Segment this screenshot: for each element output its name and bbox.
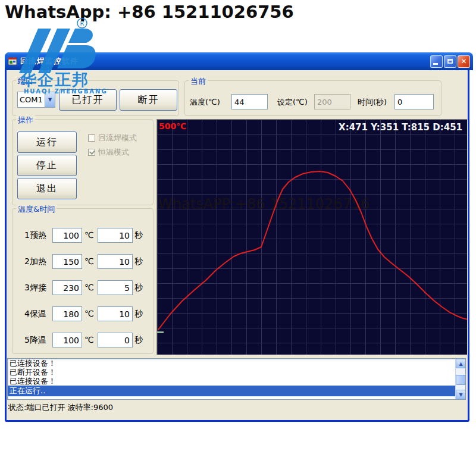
port-groupbox: 端口 COM1 ▼ 已打开 断开 bbox=[12, 80, 179, 116]
preheat-time-field[interactable] bbox=[98, 228, 133, 243]
com-port-value: COM1 bbox=[18, 92, 45, 107]
maximize-icon bbox=[447, 59, 453, 64]
operation-group-label: 操作 bbox=[16, 115, 35, 126]
port-open-button[interactable]: 已打开 bbox=[59, 89, 117, 111]
current-time-field[interactable] bbox=[394, 94, 434, 109]
profile-row-cool: 5降温 ℃ 秒 bbox=[12, 333, 153, 347]
profile-row-hold: 4保温 ℃ 秒 bbox=[12, 306, 153, 321]
stop-button[interactable]: 停止 bbox=[17, 155, 77, 176]
constant-mode-label: 恒温模式 bbox=[98, 147, 129, 158]
constant-mode-checkbox[interactable] bbox=[88, 149, 95, 156]
current-temp-field[interactable] bbox=[231, 94, 268, 109]
solder-temp-field[interactable] bbox=[52, 280, 82, 295]
hold-temp-field[interactable] bbox=[52, 306, 82, 321]
log-item[interactable]: 已连接设备！ bbox=[8, 377, 465, 386]
heat-time-field[interactable] bbox=[98, 254, 133, 269]
current-temp-label: 温度(℃) bbox=[190, 97, 220, 108]
scroll-thumb[interactable] bbox=[456, 375, 466, 385]
port-disconnect-button[interactable]: 断开 bbox=[120, 89, 177, 111]
port-group-label: 端口 bbox=[16, 76, 35, 87]
time-unit-label: 秒 bbox=[134, 335, 143, 346]
stage-label: 1预热 bbox=[24, 230, 46, 241]
cool-time-field[interactable] bbox=[98, 333, 133, 347]
temperature-chart: WhatsAPP:+86 15211026756 500℃ X:471 Y:35… bbox=[156, 119, 468, 355]
hold-time-field[interactable] bbox=[98, 306, 133, 321]
curve-plot bbox=[157, 120, 468, 355]
window-title: 回流焊监控软件 bbox=[20, 56, 79, 67]
reflow-mode-label: 回流焊模式 bbox=[98, 133, 137, 143]
operation-groupbox: 操作 运行 停止 退出 回流焊模式 恒温模式 bbox=[12, 119, 154, 205]
constant-mode-option[interactable]: 恒温模式 bbox=[88, 147, 129, 158]
current-set-label: 设定(℃) bbox=[277, 97, 308, 108]
temp-unit-label: ℃ bbox=[84, 335, 94, 345]
log-item[interactable]: 已连接设备！ bbox=[8, 359, 465, 368]
current-group-label: 当前 bbox=[189, 76, 208, 87]
status-bar: 状态:端口已打开 波特率:9600 bbox=[8, 402, 113, 413]
profile-row-solder: 3焊接 ℃ 秒 bbox=[12, 280, 153, 295]
current-set-field[interactable] bbox=[314, 94, 350, 109]
log-item-selected[interactable]: 正在运行.. bbox=[8, 386, 465, 396]
time-unit-label: 秒 bbox=[134, 256, 143, 267]
exit-button[interactable]: 退出 bbox=[17, 178, 77, 199]
chart-scale-label: 500℃ bbox=[159, 121, 186, 131]
log-item[interactable]: 已断开设备！ bbox=[8, 368, 465, 377]
event-log-list[interactable]: 已连接设备！ 已断开设备！ 已连接设备！ 正在运行.. ▲ ▼ bbox=[7, 358, 466, 400]
minimize-icon bbox=[433, 63, 438, 65]
solder-time-field[interactable] bbox=[98, 280, 133, 295]
title-bar: 回流焊监控软件 ✕ bbox=[5, 52, 473, 70]
time-unit-label: 秒 bbox=[134, 283, 143, 293]
cool-temp-field[interactable] bbox=[52, 333, 82, 347]
maximize-button[interactable] bbox=[444, 55, 456, 68]
current-groupbox: 当前 温度(℃) 设定(℃) 时间(秒) bbox=[184, 80, 441, 116]
time-unit-label: 秒 bbox=[134, 309, 143, 320]
profile-groupbox: 温度&时间 1预热 ℃ 秒 2加热 ℃ 秒 3焊接 ℃ 秒 4保温 ℃ bbox=[12, 208, 154, 354]
temp-unit-label: ℃ bbox=[84, 230, 94, 240]
stage-label: 5降温 bbox=[24, 335, 46, 346]
minimize-button[interactable] bbox=[430, 55, 443, 68]
profile-row-preheat: 1预热 ℃ 秒 bbox=[12, 228, 153, 243]
run-button[interactable]: 运行 bbox=[17, 131, 77, 153]
log-scrollbar[interactable]: ▲ ▼ bbox=[455, 359, 465, 399]
chevron-down-icon[interactable]: ▼ bbox=[45, 92, 55, 107]
temperature-curve bbox=[158, 171, 468, 330]
com-port-select[interactable]: COM1 ▼ bbox=[17, 92, 55, 108]
temp-unit-label: ℃ bbox=[84, 256, 94, 266]
reflow-mode-option[interactable]: 回流焊模式 bbox=[88, 133, 137, 143]
chart-cursor-readout: X:471 Y:351 T:815 D:451 bbox=[339, 122, 462, 133]
stage-label: 2加热 bbox=[24, 256, 46, 267]
reflow-mode-checkbox[interactable] bbox=[88, 134, 95, 142]
scroll-down-button[interactable]: ▼ bbox=[456, 390, 466, 399]
app-window: 回流焊监控软件 ✕ 端口 COM1 ▼ 已打开 断开 当前 温度(℃) 设定(℃… bbox=[5, 52, 469, 422]
scroll-up-button[interactable]: ▲ bbox=[456, 359, 466, 368]
whatsapp-banner: WhatsApp: +86 15211026756 bbox=[5, 2, 294, 22]
stage-label: 4保温 bbox=[24, 309, 46, 320]
close-button[interactable]: ✕ bbox=[458, 55, 470, 68]
temp-unit-label: ℃ bbox=[84, 309, 94, 318]
current-time-label: 时间(秒) bbox=[358, 97, 387, 108]
stage-label: 3焊接 bbox=[24, 283, 46, 293]
curve-start-tick bbox=[157, 331, 164, 333]
app-icon bbox=[8, 57, 17, 66]
temp-unit-label: ℃ bbox=[84, 283, 94, 292]
preheat-temp-field[interactable] bbox=[52, 228, 82, 243]
profile-row-heat: 2加热 ℃ 秒 bbox=[12, 254, 153, 269]
heat-temp-field[interactable] bbox=[52, 254, 82, 269]
profile-group-label: 温度&时间 bbox=[16, 204, 57, 215]
time-unit-label: 秒 bbox=[134, 230, 143, 241]
